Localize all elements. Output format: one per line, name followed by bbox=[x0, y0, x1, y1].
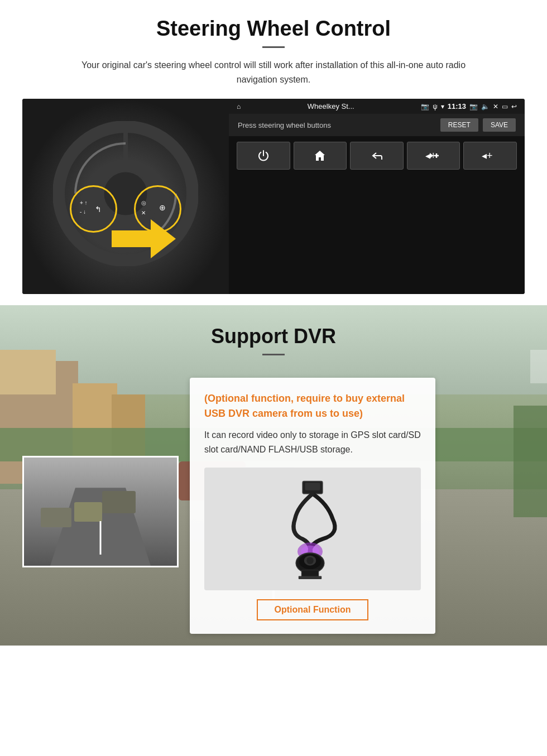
thumb-car-1 bbox=[102, 491, 136, 513]
wifi-icon: ▾ bbox=[441, 103, 444, 110]
svg-rect-27 bbox=[299, 576, 322, 579]
status-time: 11:13 bbox=[448, 102, 466, 110]
svg-point-25 bbox=[306, 557, 314, 565]
svg-text:◂+: ◂+ bbox=[425, 150, 436, 161]
steering-image: + ↑ - ↓ ↰ ◎ ✕ ⊕ bbox=[22, 99, 525, 294]
svg-text:◂+: ◂+ bbox=[482, 150, 493, 161]
sim-icon: 📷 bbox=[421, 103, 429, 110]
dvr-content: (Optional function, require to buy exter… bbox=[0, 367, 547, 646]
thumb-car-3 bbox=[41, 508, 71, 527]
android-screen: ⌂ Wheelkey St... 📷 ψ ▾ 11:13 📷 🔈 ✕ ▭ ↩ P… bbox=[229, 99, 525, 294]
svg-text:◎: ◎ bbox=[141, 200, 146, 206]
android-statusbar: ⌂ Wheelkey St... 📷 ψ ▾ 11:13 📷 🔈 ✕ ▭ ↩ bbox=[229, 99, 525, 114]
vol-up-key-btn[interactable]: ◂+ bbox=[463, 142, 517, 170]
svg-marker-12 bbox=[315, 151, 325, 161]
steering-section: Steering Wheel Control Your original car… bbox=[0, 0, 547, 305]
save-button[interactable]: SAVE bbox=[483, 118, 516, 132]
steering-title: Steering Wheel Control bbox=[22, 17, 525, 41]
dvr-header: Support DVR bbox=[0, 305, 547, 367]
dvr-optional-text: (Optional function, require to buy exter… bbox=[204, 391, 421, 421]
optional-badge-container: Optional Function bbox=[204, 599, 421, 620]
reset-button[interactable]: RESET bbox=[440, 118, 478, 132]
section-divider bbox=[262, 46, 285, 48]
power-key-btn[interactable] bbox=[237, 142, 290, 170]
optional-function-badge: Optional Function bbox=[257, 599, 369, 620]
dvr-description: It can record video only to storage in G… bbox=[204, 428, 421, 456]
dvr-camera-thumb bbox=[22, 456, 179, 567]
dvr-info-card: (Optional function, require to buy exter… bbox=[190, 378, 435, 634]
svg-text:✕: ✕ bbox=[141, 210, 146, 216]
vol-icon: 🔈 bbox=[481, 103, 490, 110]
left-highlight-circle: + ↑ - ↓ ↰ bbox=[70, 185, 117, 233]
svg-text:- ↓: - ↓ bbox=[80, 209, 86, 215]
app-title: Wheelkey St... bbox=[244, 102, 418, 110]
dvr-section: Support DVR (Optional function, require … bbox=[0, 305, 547, 646]
steering-description: Your original car's steering wheel contr… bbox=[78, 58, 469, 86]
wheelkey-prompt: Press steering wheel buttons bbox=[238, 121, 331, 129]
svg-rect-26 bbox=[301, 570, 319, 577]
vol-down-key-btn[interactable]: ◂+ bbox=[407, 142, 460, 170]
screen-empty-area bbox=[229, 175, 525, 294]
home-icon: ⌂ bbox=[237, 103, 241, 110]
svg-marker-11 bbox=[112, 219, 176, 258]
thumb-road-line bbox=[100, 521, 102, 555]
cam-icon: 📷 bbox=[469, 103, 478, 110]
svg-text:+ ↑: + ↑ bbox=[80, 200, 88, 206]
steering-wheel-photo: + ↑ - ↓ ↰ ◎ ✕ ⊕ bbox=[22, 99, 229, 294]
camera-svg bbox=[257, 479, 368, 579]
yellow-arrow bbox=[112, 216, 179, 263]
back-icon: ↩ bbox=[511, 103, 517, 110]
key-grid: ◂+ ◂+ bbox=[229, 136, 525, 175]
wheelkey-action-buttons: RESET SAVE bbox=[440, 118, 516, 132]
back-key-btn[interactable] bbox=[350, 142, 404, 170]
svg-text:↰: ↰ bbox=[95, 205, 102, 214]
usb-icon: ψ bbox=[433, 103, 438, 110]
home-key-btn[interactable] bbox=[294, 142, 347, 170]
wheelkey-bar: Press steering wheel buttons RESET SAVE bbox=[229, 114, 525, 136]
screen-icon: ▭ bbox=[502, 103, 508, 110]
svg-text:⊕: ⊕ bbox=[159, 203, 166, 212]
dvr-title: Support DVR bbox=[0, 325, 547, 348]
dvr-divider bbox=[262, 354, 285, 355]
dvr-camera-product-image bbox=[204, 468, 421, 590]
close-icon: ✕ bbox=[493, 103, 498, 110]
thumb-car-2 bbox=[74, 502, 102, 522]
svg-rect-19 bbox=[305, 483, 320, 491]
